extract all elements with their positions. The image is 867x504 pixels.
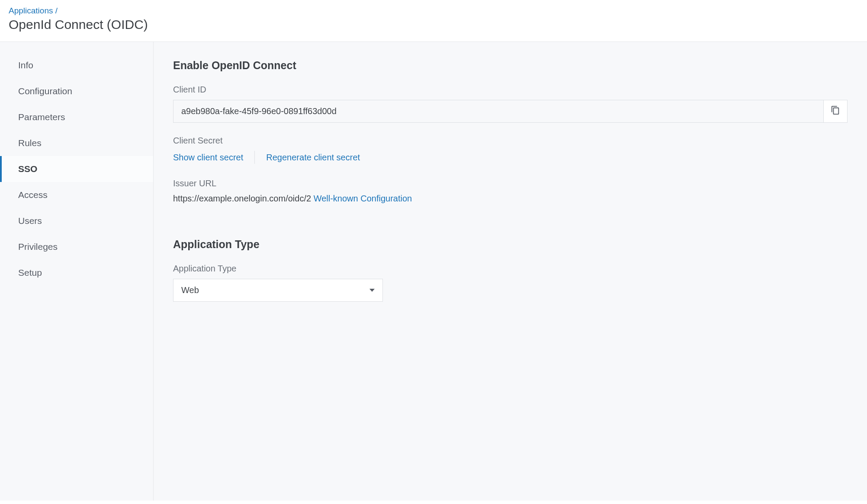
breadcrumb-separator: /	[55, 6, 58, 15]
issuer-url-value: https://example.onelogin.com/oidc/2	[173, 194, 311, 203]
sidebar-item-privileges[interactable]: Privileges	[0, 234, 153, 260]
sidebar-item-setup[interactable]: Setup	[0, 260, 153, 286]
sidebar-item-sso[interactable]: SSO	[0, 156, 153, 182]
section-title-oidc: Enable OpenID Connect	[173, 59, 848, 72]
sidebar-item-rules[interactable]: Rules	[0, 130, 153, 156]
issuer-url-label: Issuer URL	[173, 179, 848, 188]
breadcrumb-parent-link[interactable]: Applications	[9, 6, 53, 15]
sidebar-item-parameters[interactable]: Parameters	[0, 104, 153, 130]
client-id-label: Client ID	[173, 85, 848, 95]
sidebar: Info Configuration Parameters Rules SSO …	[0, 42, 154, 501]
section-title-apptype: Application Type	[173, 238, 848, 251]
sidebar-item-users[interactable]: Users	[0, 208, 153, 234]
sidebar-item-configuration[interactable]: Configuration	[0, 78, 153, 104]
application-type-label: Application Type	[173, 264, 848, 274]
copy-icon	[831, 105, 840, 117]
link-divider	[254, 151, 255, 164]
breadcrumb: Applications /	[9, 6, 858, 16]
wellknown-config-link[interactable]: Well-known Configuration	[314, 194, 412, 203]
application-type-select[interactable]: Web	[173, 279, 383, 302]
client-id-value[interactable]: a9eb980a-fake-45f9-96e0-0891ff63d00d	[173, 100, 823, 123]
page-title: OpenId Connect (OIDC)	[9, 17, 858, 32]
regenerate-client-secret-link[interactable]: Regenerate client secret	[266, 153, 360, 163]
sidebar-item-access[interactable]: Access	[0, 182, 153, 208]
copy-client-id-button[interactable]	[823, 100, 848, 123]
show-client-secret-link[interactable]: Show client secret	[173, 153, 243, 163]
sidebar-item-info[interactable]: Info	[0, 52, 153, 78]
client-secret-label: Client Secret	[173, 136, 848, 146]
main-content: Enable OpenID Connect Client ID a9eb980a…	[154, 42, 867, 501]
chevron-down-icon	[369, 289, 375, 292]
application-type-value: Web	[181, 285, 199, 295]
page-header: Applications / OpenId Connect (OIDC)	[0, 0, 867, 42]
